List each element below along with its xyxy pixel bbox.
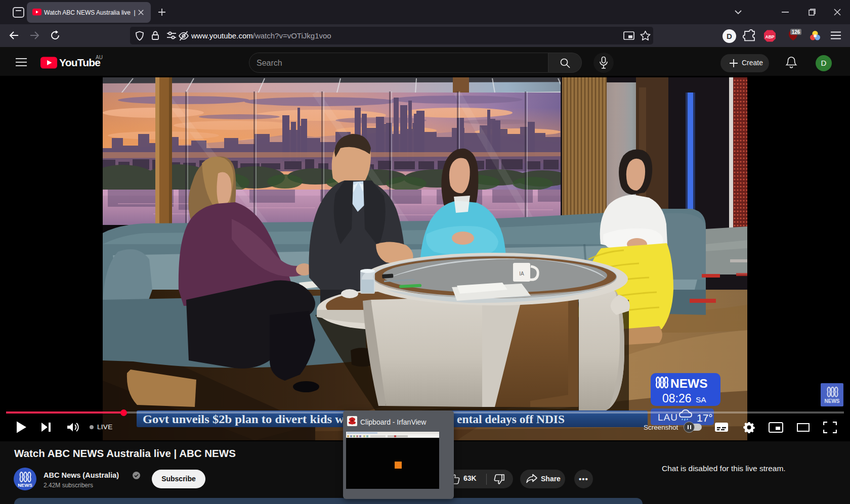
svg-text:ABP: ABP [766, 34, 775, 39]
svg-text:17°: 17° [697, 412, 713, 424]
svg-text:LAU: LAU [658, 412, 678, 423]
svg-text:YouTube: YouTube [59, 57, 100, 68]
svg-text:NEWS: NEWS [825, 398, 840, 404]
svg-text:IA: IA [519, 271, 524, 277]
svg-text:126: 126 [792, 29, 800, 35]
svg-text:08:26: 08:26 [662, 392, 692, 405]
svg-text:NEWS: NEWS [18, 482, 32, 488]
svg-text:SA: SA [696, 395, 706, 404]
svg-text:Govt unveils $2b plan to diver: Govt unveils $2b plan to divert kids w [143, 413, 345, 426]
svg-text:NEWS: NEWS [670, 377, 708, 390]
svg-text:ental delays off NDIS: ental delays off NDIS [457, 413, 565, 426]
